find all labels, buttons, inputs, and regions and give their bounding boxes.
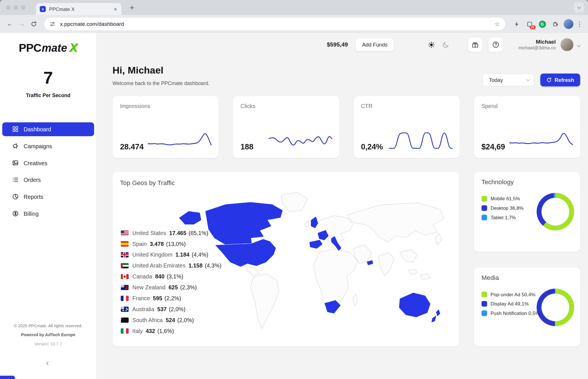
url-text[interactable]: x.ppcmate.com/dashboard <box>60 21 494 27</box>
geo-share: (1,6%) <box>157 328 174 334</box>
dashboard-icon <box>12 126 19 133</box>
geo-row: South Africa524(2,0%) <box>121 315 222 326</box>
flag-nz-icon <box>121 285 129 290</box>
geo-row: France595(2,2%) <box>121 293 222 304</box>
welcome-text: Welcome back to the PPCmate dashboard. <box>113 81 210 86</box>
legend-item: Desktop 36,8% <box>481 205 572 211</box>
sidebar-collapse-button[interactable] <box>43 359 54 370</box>
geo-share: (65,1%) <box>189 230 208 236</box>
extension-badge-icon[interactable]: 25 <box>524 18 535 30</box>
geo-country: United Arab Emirates <box>132 262 185 269</box>
stat-label: Spend <box>481 103 573 109</box>
refresh-button[interactable]: Refresh <box>540 74 580 86</box>
geo-value: 537 <box>157 306 167 312</box>
geo-list: United States17.465(65,1%)Spain3.478(13,… <box>121 228 222 336</box>
geo-row: United Arab Emirates1.158(4,3%) <box>121 260 222 271</box>
traffic-per-second-label: Traffic Per Second <box>0 93 96 98</box>
tab-close-icon[interactable]: × <box>113 6 118 12</box>
sidebar-item-reports[interactable]: Reports <box>2 190 94 203</box>
legend-label: Pop-under Ad 50,4% <box>490 292 535 297</box>
tab-title: PPCmate X <box>49 6 113 12</box>
bookmark-star-icon[interactable]: ☆ <box>494 20 500 28</box>
window-close-button[interactable] <box>6 5 11 10</box>
stat-sparkline <box>509 128 573 152</box>
new-tab-button[interactable]: + <box>127 3 136 12</box>
legend-swatch <box>481 196 487 202</box>
stat-card-ctr: CTR0,24% <box>353 96 460 158</box>
theme-dark-button[interactable] <box>440 39 451 50</box>
legend-label: Tablet 1,7% <box>490 215 516 220</box>
campaigns-icon <box>12 143 19 149</box>
stat-value: 28.474 <box>120 142 144 152</box>
flag-au-icon <box>121 306 129 311</box>
site-settings-icon[interactable] <box>49 21 55 27</box>
browser-profile-avatar[interactable] <box>564 19 573 29</box>
sidebar-item-label: Orders <box>24 177 41 183</box>
geo-card-title: Top Geos by Traffic <box>120 179 452 187</box>
stat-card-spend: Spend$24,69 <box>474 96 580 158</box>
powered-by-link[interactable]: Powered by AdTech Europe <box>0 332 96 337</box>
geo-country: France <box>132 295 150 301</box>
chevron-left-icon <box>46 362 50 365</box>
sidebar-item-label: Campaigns <box>24 143 52 149</box>
reload-icon <box>31 21 37 27</box>
window-minimize-button[interactable] <box>13 5 18 10</box>
geo-value: 1.184 <box>175 251 189 258</box>
sidebar-item-orders[interactable]: Orders <box>2 173 94 187</box>
user-menu[interactable]: Michael michael@3dma.co <box>519 39 556 51</box>
period-value: Today <box>489 77 503 83</box>
rewards-button[interactable] <box>468 37 483 52</box>
tab-search-button[interactable] <box>574 2 584 13</box>
flag-ae-icon <box>121 263 129 268</box>
orders-icon <box>12 176 19 183</box>
stat-sparkline <box>148 128 212 152</box>
stat-value: 0,24% <box>361 142 383 152</box>
stat-card-impressions: Impressions28.474 <box>113 96 219 158</box>
flag-gb-icon <box>121 252 129 257</box>
media-title: Media <box>481 274 572 282</box>
back-button[interactable]: ← <box>4 18 16 30</box>
app-header: $595,49 Add Funds <box>113 37 580 53</box>
stat-value: 188 <box>241 142 254 152</box>
chevron-down-icon[interactable] <box>577 41 580 48</box>
greeting-row: Hi, Michael Welcome back to the PPCmate … <box>113 65 580 86</box>
address-bar[interactable]: x.ppcmate.com/dashboard ☆ <box>44 18 505 30</box>
geo-share: (2,0%) <box>177 317 194 323</box>
forward-button[interactable]: → <box>16 18 28 30</box>
grammarly-extension-icon[interactable]: G <box>537 18 548 30</box>
sidebar-item-creatives[interactable]: Creatives <box>2 156 94 170</box>
reload-button[interactable] <box>28 18 40 30</box>
stat-label: Impressions <box>120 103 212 109</box>
help-button[interactable] <box>488 37 503 52</box>
extension-bolt-icon[interactable] <box>511 18 522 30</box>
geo-country: Italy <box>132 328 143 334</box>
sidebar-item-dashboard[interactable]: Dashboard <box>2 122 94 136</box>
dashboard-controls: Today Refresh <box>483 74 580 86</box>
theme-light-button[interactable] <box>426 39 437 50</box>
browser-menu-button[interactable]: ⋮ <box>577 20 583 28</box>
geo-share: (13,0%) <box>166 241 186 247</box>
geo-country: United States <box>132 230 166 236</box>
stat-sparkline <box>268 128 332 152</box>
geo-value: 524 <box>166 317 175 323</box>
geo-country: New Zealand <box>132 284 165 290</box>
legend-swatch <box>481 310 487 316</box>
add-funds-button[interactable]: Add Funds <box>355 38 394 51</box>
flag-us-icon <box>121 230 129 235</box>
legend-label: Display Ad 49,1% <box>490 301 529 307</box>
period-select[interactable]: Today <box>483 74 534 86</box>
chevron-down-icon <box>526 78 530 81</box>
browser-tab[interactable]: ✕ PPCmate X × <box>36 3 121 15</box>
sidebar-item-billing[interactable]: Billing <box>2 207 94 220</box>
legend-item: Mobile 61,5% <box>481 196 572 202</box>
geo-share: (2,3%) <box>180 284 197 290</box>
media-legend: Pop-under Ad 50,4%Display Ad 49,1%Push N… <box>481 292 572 316</box>
sidebar-item-campaigns[interactable]: Campaigns <box>2 139 94 153</box>
user-avatar[interactable] <box>560 38 574 51</box>
technology-legend: Mobile 61,5%Desktop 36,8%Tablet 1,7% <box>481 196 572 220</box>
geo-value: 840 <box>155 273 165 280</box>
window-maximize-button[interactable] <box>21 5 26 10</box>
extensions-puzzle-icon[interactable] <box>549 18 560 30</box>
geo-row: United States17.465(65,1%) <box>121 228 222 238</box>
sidebar-item-label: Creatives <box>24 160 47 166</box>
